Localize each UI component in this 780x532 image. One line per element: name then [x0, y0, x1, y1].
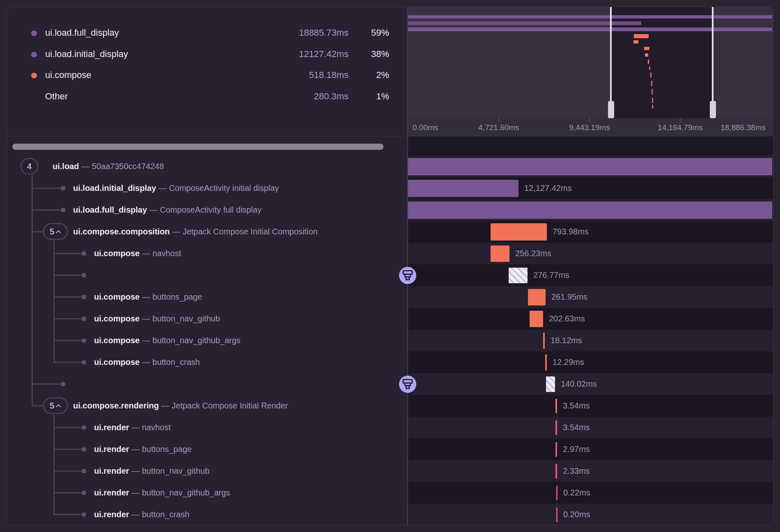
- span-bar-row[interactable]: 793.98ms: [408, 221, 773, 243]
- span-duration-bar[interactable]: [408, 180, 518, 197]
- header-divider: [7, 136, 773, 136]
- tree-row[interactable]: ui.render — button_nav_github: [7, 460, 408, 482]
- span-bar-row[interactable]: 202.63ms: [408, 308, 773, 330]
- tree-node-dot: [82, 360, 86, 365]
- minimap-mini-span: [633, 40, 638, 44]
- minimap-handle-grip-left[interactable]: [608, 101, 614, 118]
- tree-guide-line: [53, 414, 55, 515]
- span-bar-row[interactable]: 2.97ms: [408, 438, 773, 460]
- span-bar-row[interactable]: 2.33ms: [408, 460, 773, 482]
- span-bar-row[interactable]: 276.77ms: [408, 264, 773, 286]
- tree-node-dot: [82, 469, 86, 473]
- tree-connector: [32, 383, 63, 385]
- span-duration-bar[interactable]: [555, 442, 557, 457]
- span-description: ui.compose — button_nav_github: [94, 308, 220, 330]
- span-bar-row[interactable]: 140.02ms: [408, 373, 773, 395]
- span-op-name: ui.compose: [94, 336, 140, 345]
- expand-collapse-pill[interactable]: 5: [43, 223, 68, 240]
- span-description: ui.compose.composition — Jetpack Compose…: [73, 221, 318, 243]
- span-duration-bar[interactable]: [545, 354, 547, 371]
- tree-row[interactable]: ui.render — buttons_page: [7, 438, 408, 460]
- tree-node-dot: [82, 447, 86, 452]
- span-duration-bar[interactable]: [556, 486, 557, 500]
- span-duration-label: 2.33ms: [563, 460, 590, 482]
- legend-item: ui.load.initial_display12127.42ms38%: [7, 46, 397, 64]
- profiling-funnel-icon[interactable]: [399, 267, 416, 284]
- span-duration-bar[interactable]: [509, 268, 528, 283]
- minimap-region-right[interactable]: [713, 7, 773, 118]
- span-bar-row[interactable]: 261.95ms: [408, 286, 773, 308]
- tree-node-dot: [82, 491, 86, 495]
- axis-tick-label: 9,443.19ms: [569, 123, 610, 132]
- minimap-mini-span: [651, 81, 652, 86]
- span-duration-label: 261.95ms: [551, 286, 587, 308]
- span-duration-label: 0.20ms: [563, 504, 590, 525]
- tree-connector: [54, 340, 84, 341]
- child-count: 5: [50, 227, 54, 236]
- span-bar-row[interactable]: 18.12ms: [408, 330, 773, 351]
- spans-area-gutter: [408, 136, 773, 156]
- span-duration-label: 3.54ms: [563, 417, 590, 438]
- legend-op-label: ui.load.initial_display: [45, 49, 128, 60]
- span-duration-label: 2.97ms: [563, 438, 590, 460]
- span-op-name: ui.compose: [94, 249, 140, 258]
- tree-row[interactable]: ui.compose — button_nav_github: [7, 308, 408, 330]
- span-bar-row[interactable]: 12,127.42ms: [408, 177, 773, 199]
- span-bar-row[interactable]: 3.54ms: [408, 417, 773, 438]
- minimap-mini-span: [648, 60, 649, 64]
- expand-collapse-pill[interactable]: 5: [43, 397, 68, 414]
- span-bar-row[interactable]: 3.54ms: [408, 395, 773, 417]
- trace-minimap[interactable]: 0.00ms4,721.60ms9,443.19ms14,164.79ms18,…: [408, 7, 773, 136]
- minimap-handle-grip-right[interactable]: [710, 101, 716, 118]
- span-duration-label: 140.02ms: [561, 373, 597, 395]
- tree-row[interactable]: ui.load.full_display — ComposeActivity f…: [7, 199, 408, 221]
- span-duration-label: 12,127.42ms: [524, 177, 572, 199]
- legend-dot-icon: [31, 52, 37, 57]
- tree-row[interactable]: ui.render — button_crash: [7, 504, 408, 525]
- span-duration-bar[interactable]: [555, 464, 557, 479]
- tree-row[interactable]: ui.render — button_nav_github_args: [7, 482, 408, 504]
- tree-node-dot: [61, 382, 65, 386]
- span-duration-bar[interactable]: [543, 332, 545, 349]
- span-bar-row[interactable]: [408, 199, 773, 221]
- span-duration-bar[interactable]: [491, 245, 509, 262]
- tree-connector: [54, 362, 84, 363]
- horizontal-scrollbar-thumb[interactable]: [12, 144, 383, 150]
- span-duration-bar[interactable]: [530, 311, 543, 327]
- tree-row[interactable]: ui.render — navhost: [7, 417, 408, 438]
- tree-row[interactable]: [7, 373, 408, 395]
- span-duration-bar[interactable]: [555, 399, 557, 413]
- span-bar-row[interactable]: 0.22ms: [408, 482, 773, 504]
- span-duration-bar[interactable]: [408, 202, 772, 219]
- expand-collapse-pill[interactable]: 4: [21, 158, 38, 174]
- tree-row[interactable]: ui.compose — button_crash: [7, 351, 408, 373]
- tree-spans-divider[interactable]: [407, 7, 408, 525]
- span-bar-row[interactable]: 12.29ms: [408, 351, 773, 373]
- span-bar-row[interactable]: [408, 156, 773, 177]
- span-duration-bar[interactable]: [546, 376, 555, 392]
- tree-node-dot: [82, 251, 86, 256]
- span-duration-bar[interactable]: [528, 289, 546, 305]
- span-duration-bar[interactable]: [408, 158, 772, 175]
- axis-tick-label: 18,886.38ms: [720, 123, 766, 132]
- tree-row[interactable]: ui.compose — button_nav_github_args: [7, 330, 408, 351]
- span-bar-row[interactable]: 256.23ms: [408, 243, 773, 264]
- span-duration-bar[interactable]: [555, 420, 557, 435]
- legend-dot-icon: [31, 94, 37, 100]
- span-duration-label: 12.29ms: [553, 351, 584, 373]
- span-duration-bar[interactable]: [491, 223, 547, 241]
- tree-row[interactable]: ui.load.initial_display — ComposeActivit…: [7, 177, 408, 199]
- tree-row[interactable]: 4ui.load — 50aa7350cc474248: [7, 156, 408, 177]
- tree-row[interactable]: ui.compose — buttons_page: [7, 286, 408, 308]
- minimap-mini-span: [652, 98, 653, 103]
- tree-row[interactable]: 5ui.compose.composition — Jetpack Compos…: [7, 221, 408, 243]
- tree-row[interactable]: ui.compose — navhost: [7, 243, 408, 264]
- span-bar-row[interactable]: 0.20ms: [408, 504, 773, 525]
- tree-row[interactable]: 5ui.compose.rendering — Jetpack Compose …: [7, 395, 408, 417]
- minimap-span-overview-bar: [408, 21, 641, 25]
- profiling-funnel-icon[interactable]: [399, 376, 416, 393]
- span-duration-bar[interactable]: [556, 507, 557, 522]
- tree-connector: [54, 470, 84, 472]
- axis-tick: [498, 118, 499, 122]
- tree-row[interactable]: [7, 264, 408, 286]
